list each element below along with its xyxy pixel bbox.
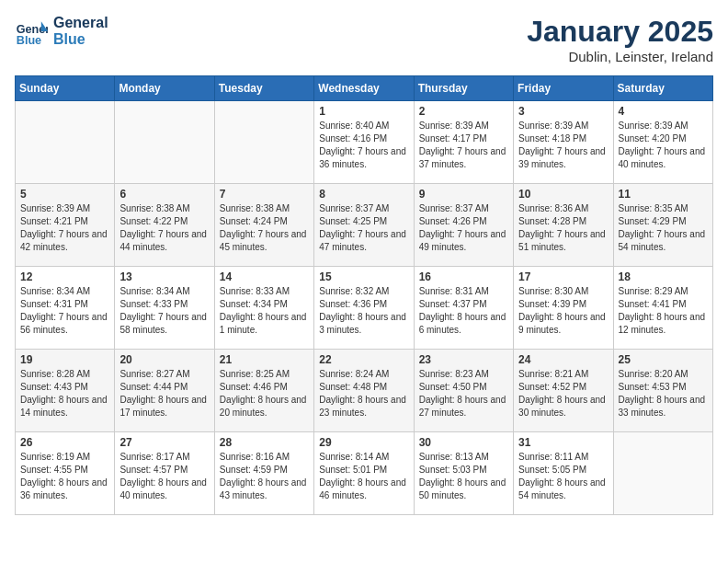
day-number: 6 — [119, 188, 209, 201]
day-info: Sunrise: 8:14 AMSunset: 5:01 PMDaylight:… — [319, 451, 408, 502]
calendar-day-cell: 1 Sunrise: 8:40 AMSunset: 4:16 PMDayligh… — [314, 101, 414, 184]
day-info: Sunrise: 8:31 AMSunset: 4:37 PMDaylight:… — [419, 285, 508, 337]
day-number: 17 — [518, 270, 608, 283]
day-info: Sunrise: 8:37 AMSunset: 4:25 PMDaylight:… — [319, 202, 408, 254]
calendar-day-cell: 28 Sunrise: 8:16 AMSunset: 4:59 PMDaylig… — [214, 432, 313, 515]
day-info: Sunrise: 8:38 AMSunset: 4:24 PMDaylight:… — [220, 202, 309, 254]
day-number: 2 — [419, 105, 508, 118]
calendar-week-row: 19 Sunrise: 8:28 AMSunset: 4:43 PMDaylig… — [16, 350, 713, 432]
day-number: 8 — [319, 188, 408, 201]
calendar-day-cell: 3 Sunrise: 8:39 AMSunset: 4:18 PMDayligh… — [514, 101, 613, 184]
calendar-day-cell: 31 Sunrise: 8:11 AMSunset: 5:05 PMDaylig… — [514, 432, 613, 515]
day-number: 31 — [518, 436, 608, 449]
day-info: Sunrise: 8:35 AMSunset: 4:29 PMDaylight:… — [619, 202, 708, 254]
calendar-day-cell: 26 Sunrise: 8:19 AMSunset: 4:55 PMDaylig… — [16, 432, 115, 515]
day-number: 18 — [619, 270, 708, 283]
day-header: Tuesday — [214, 76, 313, 101]
day-info: Sunrise: 8:37 AMSunset: 4:26 PMDaylight:… — [419, 202, 508, 254]
calendar-day-cell: 13 Sunrise: 8:34 AMSunset: 4:33 PMDaylig… — [115, 267, 214, 350]
logo: General Blue General Blue — [15, 15, 108, 48]
day-number: 21 — [220, 353, 309, 366]
calendar-day-cell: 2 Sunrise: 8:39 AMSunset: 4:17 PMDayligh… — [414, 101, 513, 184]
day-info: Sunrise: 8:34 AMSunset: 4:33 PMDaylight:… — [119, 285, 209, 337]
calendar-day-cell — [115, 101, 214, 184]
calendar-week-row: 1 Sunrise: 8:40 AMSunset: 4:16 PMDayligh… — [16, 101, 713, 184]
day-number: 11 — [619, 188, 708, 201]
day-number: 7 — [220, 188, 309, 201]
calendar-week-row: 5 Sunrise: 8:39 AMSunset: 4:21 PMDayligh… — [16, 184, 713, 267]
day-info: Sunrise: 8:39 AMSunset: 4:17 PMDaylight:… — [419, 120, 508, 171]
day-header: Monday — [115, 76, 214, 101]
day-info: Sunrise: 8:13 AMSunset: 5:03 PMDaylight:… — [419, 451, 508, 502]
calendar-day-cell: 4 Sunrise: 8:39 AMSunset: 4:20 PMDayligh… — [613, 101, 712, 184]
day-number: 23 — [419, 353, 508, 366]
calendar-day-cell: 23 Sunrise: 8:23 AMSunset: 4:50 PMDaylig… — [414, 350, 513, 432]
day-info: Sunrise: 8:39 AMSunset: 4:18 PMDaylight:… — [518, 120, 608, 171]
day-number: 24 — [518, 353, 608, 366]
calendar-day-cell: 12 Sunrise: 8:34 AMSunset: 4:31 PMDaylig… — [16, 267, 115, 350]
calendar-day-cell: 20 Sunrise: 8:27 AMSunset: 4:44 PMDaylig… — [115, 350, 214, 432]
day-info: Sunrise: 8:39 AMSunset: 4:20 PMDaylight:… — [619, 120, 708, 171]
day-number: 29 — [319, 436, 408, 449]
day-info: Sunrise: 8:20 AMSunset: 4:53 PMDaylight:… — [619, 368, 708, 419]
calendar-day-cell: 6 Sunrise: 8:38 AMSunset: 4:22 PMDayligh… — [115, 184, 214, 267]
day-number: 22 — [319, 353, 408, 366]
day-number: 28 — [220, 436, 309, 449]
day-info: Sunrise: 8:28 AMSunset: 4:43 PMDaylight:… — [20, 368, 109, 419]
calendar-day-cell: 21 Sunrise: 8:25 AMSunset: 4:46 PMDaylig… — [214, 350, 313, 432]
calendar-table: SundayMondayTuesdayWednesdayThursdayFrid… — [15, 75, 713, 515]
day-number: 15 — [319, 270, 408, 283]
day-info: Sunrise: 8:29 AMSunset: 4:41 PMDaylight:… — [619, 285, 708, 337]
calendar-day-cell: 9 Sunrise: 8:37 AMSunset: 4:26 PMDayligh… — [414, 184, 513, 267]
calendar-day-cell: 16 Sunrise: 8:31 AMSunset: 4:37 PMDaylig… — [414, 267, 513, 350]
day-info: Sunrise: 8:17 AMSunset: 4:57 PMDaylight:… — [119, 451, 209, 502]
day-number: 12 — [20, 270, 109, 283]
title-area: January 2025 Dublin, Leinster, Ireland — [527, 15, 713, 64]
calendar-day-cell: 17 Sunrise: 8:30 AMSunset: 4:39 PMDaylig… — [514, 267, 613, 350]
calendar-day-cell: 15 Sunrise: 8:32 AMSunset: 4:36 PMDaylig… — [314, 267, 414, 350]
day-info: Sunrise: 8:32 AMSunset: 4:36 PMDaylight:… — [319, 285, 408, 337]
calendar-week-row: 26 Sunrise: 8:19 AMSunset: 4:55 PMDaylig… — [16, 432, 713, 515]
day-header: Sunday — [16, 76, 115, 101]
day-info: Sunrise: 8:24 AMSunset: 4:48 PMDaylight:… — [319, 368, 408, 419]
day-number: 25 — [619, 353, 708, 366]
calendar-day-cell: 27 Sunrise: 8:17 AMSunset: 4:57 PMDaylig… — [115, 432, 214, 515]
day-number: 19 — [20, 353, 109, 366]
day-number: 30 — [419, 436, 508, 449]
day-header: Friday — [514, 76, 613, 101]
logo-line1: General — [53, 15, 108, 31]
day-info: Sunrise: 8:25 AMSunset: 4:46 PMDaylight:… — [220, 368, 309, 419]
day-info: Sunrise: 8:27 AMSunset: 4:44 PMDaylight:… — [119, 368, 209, 419]
day-info: Sunrise: 8:34 AMSunset: 4:31 PMDaylight:… — [20, 285, 109, 337]
day-number: 1 — [319, 105, 408, 118]
calendar-day-cell: 11 Sunrise: 8:35 AMSunset: 4:29 PMDaylig… — [613, 184, 712, 267]
day-header: Saturday — [613, 76, 712, 101]
day-info: Sunrise: 8:33 AMSunset: 4:34 PMDaylight:… — [220, 285, 309, 337]
day-info: Sunrise: 8:21 AMSunset: 4:52 PMDaylight:… — [518, 368, 608, 419]
calendar-day-cell: 22 Sunrise: 8:24 AMSunset: 4:48 PMDaylig… — [314, 350, 414, 432]
calendar-day-cell — [16, 101, 115, 184]
day-info: Sunrise: 8:38 AMSunset: 4:22 PMDaylight:… — [119, 202, 209, 254]
day-info: Sunrise: 8:36 AMSunset: 4:28 PMDaylight:… — [518, 202, 608, 254]
calendar-day-cell — [613, 432, 712, 515]
day-info: Sunrise: 8:11 AMSunset: 5:05 PMDaylight:… — [518, 451, 608, 502]
calendar-day-cell: 24 Sunrise: 8:21 AMSunset: 4:52 PMDaylig… — [514, 350, 613, 432]
header-row: SundayMondayTuesdayWednesdayThursdayFrid… — [16, 76, 713, 101]
calendar-day-cell — [214, 101, 313, 184]
calendar-day-cell: 18 Sunrise: 8:29 AMSunset: 4:41 PMDaylig… — [613, 267, 712, 350]
calendar-day-cell: 8 Sunrise: 8:37 AMSunset: 4:25 PMDayligh… — [314, 184, 414, 267]
day-info: Sunrise: 8:30 AMSunset: 4:39 PMDaylight:… — [518, 285, 608, 337]
day-number: 5 — [20, 188, 109, 201]
calendar-title: January 2025 — [527, 15, 713, 49]
day-number: 16 — [419, 270, 508, 283]
day-number: 14 — [220, 270, 309, 283]
day-info: Sunrise: 8:23 AMSunset: 4:50 PMDaylight:… — [419, 368, 508, 419]
day-number: 26 — [20, 436, 109, 449]
day-number: 27 — [119, 436, 209, 449]
calendar-day-cell: 10 Sunrise: 8:36 AMSunset: 4:28 PMDaylig… — [514, 184, 613, 267]
day-number: 13 — [119, 270, 209, 283]
calendar-subtitle: Dublin, Leinster, Ireland — [527, 49, 713, 64]
calendar-day-cell: 7 Sunrise: 8:38 AMSunset: 4:24 PMDayligh… — [214, 184, 313, 267]
day-header: Wednesday — [314, 76, 414, 101]
day-number: 20 — [119, 353, 209, 366]
